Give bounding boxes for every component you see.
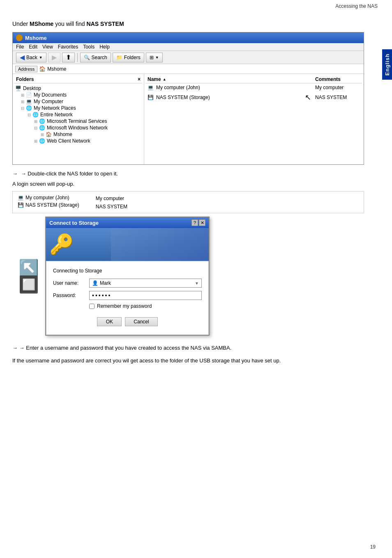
- dialog-titlebar: Connect to Storage ? ✕: [46, 217, 209, 228]
- bottom-paragraph: If the username and password are correct…: [12, 357, 364, 365]
- mshome-icon: [16, 35, 23, 41]
- expand-my-documents-icon[interactable]: ⊞: [21, 93, 24, 97]
- folder-entire-network-label: Entire Network: [40, 112, 73, 118]
- up-button[interactable]: ⬆: [62, 53, 75, 62]
- arrow-icon-3: →: [12, 345, 19, 351]
- remember-password-checkbox[interactable]: [89, 304, 95, 309]
- folder-terminal-services[interactable]: ⊞ 🌐 Microsoft Terminal Services: [14, 118, 142, 125]
- mini-file-item-2: 💾 NAS SYSTEM (Storage): [18, 202, 79, 208]
- folders-label: Folders: [124, 55, 141, 60]
- folder-entire-network[interactable]: ⊟ 🌐 Entire Network: [14, 111, 142, 118]
- explorer-window: Mshome File Edit View Favorites Tools He…: [12, 32, 364, 165]
- folder-windows-network-label: Microsoft Windows Network: [47, 125, 108, 131]
- explorer-toolbar: ◀ Back ▼ ▶ ⬆ 🔍 Search 📁 Folders ⊞ ▼: [13, 51, 364, 64]
- menu-help[interactable]: Help: [99, 44, 110, 50]
- dialog-buttons: OK Cancel: [53, 314, 202, 328]
- column-name[interactable]: Name: [148, 76, 315, 82]
- file-comment-nas-system: NAS SYSTEM: [315, 95, 360, 100]
- menu-view[interactable]: View: [42, 44, 53, 50]
- back-dropdown-icon: ▼: [39, 55, 43, 60]
- bottom-text: → → Enter a username and password that y…: [12, 344, 364, 365]
- username-dropdown-icon[interactable]: ▼: [195, 281, 199, 286]
- dialog-username-label: User name:: [53, 280, 86, 286]
- instruction-step1: → → Double-click the NAS folder to open …: [12, 171, 364, 177]
- back-button[interactable]: ◀ Back ▼: [16, 53, 46, 62]
- bottom-step3: → → Enter a username and password that y…: [12, 344, 364, 353]
- heading-bold1: MShome: [30, 21, 53, 27]
- expand-my-network-icon[interactable]: ⊟: [21, 106, 24, 111]
- forward-button[interactable]: ▶: [48, 53, 60, 62]
- folders-label: Folders: [16, 76, 34, 82]
- file-item-nas-system[interactable]: 💾 NAS SYSTEM (Storage) ↖ NAS SYSTEM: [146, 92, 362, 103]
- folders-close-icon[interactable]: ×: [138, 76, 141, 82]
- dialog-area: ↖️🔲 Connect to Storage ? ✕ 🔑 Connecting …: [12, 217, 364, 336]
- dialog-username-input[interactable]: 👤 Mark ▼: [89, 279, 202, 288]
- column-comments[interactable]: Comments: [315, 76, 360, 82]
- my-documents-icon: 📄: [26, 92, 32, 98]
- folders-icon: 📁: [116, 55, 122, 60]
- address-mshome-icon: 🏠: [39, 66, 46, 72]
- mini-file-name-2: NAS SYSTEM (Storage): [25, 202, 79, 208]
- expand-web-client-icon[interactable]: ⊞: [34, 139, 37, 143]
- instruction-step2: A login screen will pop-up.: [12, 181, 364, 187]
- cursor-symbol: ↖️🔲: [18, 260, 39, 293]
- user-icon: 👤: [92, 280, 98, 286]
- dialog-close-button[interactable]: ✕: [199, 219, 205, 226]
- views-icon: ⊞: [150, 55, 154, 60]
- mini-comment-2: NAS SYSTEM: [96, 203, 127, 210]
- mini-computer-icon: 💻: [18, 195, 24, 201]
- folder-windows-network[interactable]: ⊟ 🌐 Microsoft Windows Network: [14, 125, 142, 131]
- search-button[interactable]: 🔍 Search: [80, 53, 111, 62]
- dialog-password-input[interactable]: ••••••: [89, 291, 202, 300]
- explorer-body: Folders × 🖥️ Desktop ⊞ 📄 My Documents ⊞: [13, 74, 364, 164]
- language-tab: English: [382, 49, 392, 80]
- instruction-step1-text: → Double-click the NAS folder to open it…: [21, 171, 118, 177]
- folder-terminal-services-label: Microsoft Terminal Services: [47, 118, 107, 124]
- dialog-username-value: Mark: [100, 280, 111, 286]
- views-button[interactable]: ⊞ ▼: [146, 53, 163, 62]
- dialog-cancel-button[interactable]: Cancel: [125, 317, 157, 326]
- folders-button[interactable]: 📁 Folders: [113, 53, 144, 62]
- folder-my-computer[interactable]: ⊞ 💻 My Computer: [14, 98, 142, 105]
- search-icon: 🔍: [84, 55, 90, 60]
- file-name-my-computer: My computer (John): [156, 85, 313, 90]
- menu-file[interactable]: File: [16, 44, 24, 50]
- explorer-menubar[interactable]: File Edit View Favorites Tools Help: [13, 43, 364, 51]
- windows-network-icon: 🌐: [39, 125, 45, 131]
- dialog-remember-row: Remember my password: [89, 303, 202, 309]
- menu-favorites[interactable]: Favorites: [58, 44, 78, 50]
- file-name-nas-system: NAS SYSTEM (Storage): [156, 95, 304, 100]
- explorer-addressbar: Address 🏠 Mshome: [13, 64, 364, 74]
- mshome-folder-icon: 🏠: [46, 131, 52, 137]
- views-dropdown-icon: ▼: [155, 55, 159, 60]
- folder-desktop[interactable]: 🖥️ Desktop: [14, 85, 142, 92]
- folder-mshome[interactable]: ⊞ 🏠 Mshome: [14, 131, 142, 138]
- dialog-ok-button[interactable]: OK: [97, 317, 122, 326]
- file-item-my-computer[interactable]: 💻 My computer (John) My computer: [146, 83, 362, 92]
- page-number: 19: [370, 544, 376, 550]
- folder-my-documents[interactable]: ⊞ 📄 My Documents: [14, 92, 142, 98]
- chapter-label: Accessing the NAS: [335, 3, 378, 9]
- folder-my-network[interactable]: ⊟ 🌐 My Network Places: [14, 105, 142, 111]
- dialog-body: Connecting to Storage User name: 👤 Mark …: [46, 261, 209, 335]
- dialog-help-button[interactable]: ?: [191, 219, 198, 226]
- mini-nas-icon: 💾: [18, 202, 24, 208]
- nas-system-file-icon: 💾: [148, 95, 154, 100]
- folders-pane-header: Folders ×: [14, 76, 142, 83]
- expand-my-computer-icon[interactable]: ⊞: [21, 99, 24, 104]
- my-network-icon: 🌐: [26, 105, 32, 111]
- dialog-banner-bg: [111, 228, 209, 261]
- expand-mshome-icon[interactable]: ⊞: [41, 132, 44, 137]
- menu-edit[interactable]: Edit: [29, 44, 37, 50]
- dialog-titlebar-buttons: ? ✕: [191, 219, 205, 226]
- dialog-username-field: User name: 👤 Mark ▼: [53, 279, 202, 288]
- expand-terminal-services-icon[interactable]: ⊞: [34, 119, 37, 124]
- expand-entire-network-icon[interactable]: ⊟: [28, 113, 31, 117]
- expand-windows-network-icon[interactable]: ⊟: [34, 126, 37, 130]
- folder-web-client[interactable]: ⊞ 🌐 Web Client Network: [14, 138, 142, 144]
- bottom-step3-text: → Enter a username and password that you…: [19, 345, 232, 351]
- connect-to-storage-dialog[interactable]: Connect to Storage ? ✕ 🔑 Connecting to S…: [45, 217, 210, 336]
- explorer-titlebar: Mshome: [13, 32, 364, 43]
- menu-tools[interactable]: Tools: [83, 44, 95, 50]
- up-icon: ⬆: [66, 53, 71, 61]
